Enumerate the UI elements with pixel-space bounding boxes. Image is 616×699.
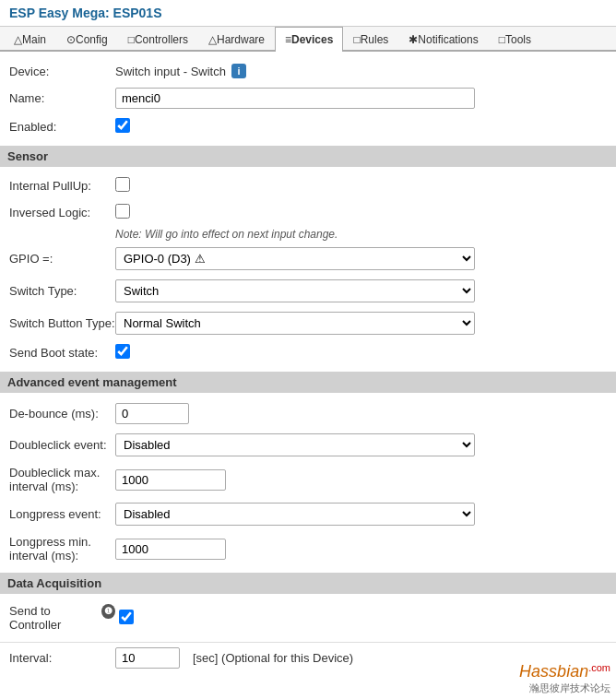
- longpress-min-label: Longpress min. interval (ms):: [9, 535, 115, 563]
- send-to-controller-label: Send to Controller: [9, 604, 98, 632]
- doubleclick-max-label: Doubleclick max. interval (ms):: [9, 466, 115, 493]
- tab-hardware[interactable]: △Hardware: [198, 27, 275, 52]
- doubleclick-event-row: Doubleclick event: Disabled: [9, 429, 607, 461]
- send-to-controller-row: Send to Controller ❶: [9, 599, 607, 636]
- tab-rules[interactable]: □Rules: [343, 27, 398, 52]
- send-boot-state-row: Send Boot state:: [9, 339, 607, 366]
- gpio-label: GPIO =:: [9, 252, 115, 266]
- device-row: Device: Switch input - Switch i: [9, 59, 607, 83]
- name-label: Name:: [9, 91, 115, 105]
- advanced-section-header: Advanced event management: [0, 372, 616, 393]
- doubleclick-event-select[interactable]: Disabled: [115, 433, 475, 456]
- switch-type-row: Switch Type: Switch: [9, 275, 607, 307]
- longpress-min-input[interactable]: [115, 539, 226, 560]
- tab-devices[interactable]: ≡Devices: [275, 27, 343, 52]
- longpress-event-select[interactable]: Disabled: [115, 503, 475, 526]
- enabled-label: Enabled:: [9, 120, 115, 134]
- sensor-section-header: Sensor: [0, 146, 616, 167]
- doubleclick-max-row: Doubleclick max. interval (ms):: [9, 461, 607, 498]
- enabled-checkbox[interactable]: [115, 118, 130, 133]
- device-label: Device:: [9, 65, 115, 78]
- hassbian-text: Hassbian: [519, 662, 588, 681]
- debounce-label: De-bounce (ms):: [9, 407, 115, 421]
- tab-main[interactable]: △Main: [4, 27, 56, 52]
- send-boot-state-label: Send Boot state:: [9, 346, 115, 360]
- switch-type-select[interactable]: Switch: [115, 279, 475, 302]
- nav-tabs: △Main ⊙Config □Controllers △Hardware ≡De…: [0, 27, 616, 52]
- debounce-row: De-bounce (ms):: [9, 398, 607, 429]
- note-text: Note: Will go into effect on next input …: [9, 226, 607, 243]
- gpio-select[interactable]: GPIO-0 (D3) ⚠: [115, 247, 475, 270]
- name-row: Name:: [9, 83, 607, 113]
- interval-input[interactable]: [115, 647, 180, 669]
- com-text: .com: [588, 662, 610, 673]
- pullup-row: Internal PullUp:: [9, 172, 607, 199]
- gpio-row: GPIO =: GPIO-0 (D3) ⚠: [9, 243, 607, 275]
- doubleclick-event-label: Doubleclick event:: [9, 438, 115, 452]
- longpress-event-label: Longpress event:: [9, 507, 115, 521]
- device-value-text: Switch input - Switch: [115, 65, 226, 78]
- inversed-logic-row: Inversed Logic:: [9, 199, 607, 226]
- switch-button-type-select[interactable]: Normal Switch: [115, 312, 475, 335]
- send-to-controller-checkbox[interactable]: [119, 610, 134, 624]
- switch-button-type-label: Switch Button Type:: [9, 316, 115, 330]
- longpress-min-row: Longpress min. interval (ms):: [9, 530, 607, 567]
- watermark: Hassbian.com 瀚思彼岸技术论坛: [514, 658, 616, 699]
- tab-config[interactable]: ⊙Config: [56, 27, 118, 52]
- name-input[interactable]: [115, 88, 475, 109]
- tab-notifications[interactable]: ✱Notifications: [398, 27, 488, 52]
- pullup-checkbox[interactable]: [115, 177, 130, 192]
- longpress-event-row: Longpress event: Disabled: [9, 498, 607, 530]
- send-boot-state-checkbox[interactable]: [115, 344, 130, 359]
- subtitle-text: 瀚思彼岸技术论坛: [519, 681, 610, 695]
- inversed-logic-checkbox[interactable]: [115, 204, 130, 219]
- switch-button-type-row: Switch Button Type: Normal Switch: [9, 307, 607, 339]
- inversed-logic-label: Inversed Logic:: [9, 206, 115, 219]
- page-title[interactable]: ESP Easy Mega: ESP01S: [9, 6, 162, 20]
- doubleclick-max-input[interactable]: [115, 469, 226, 491]
- switch-type-label: Switch Type:: [9, 284, 115, 298]
- data-acquisition-section-header: Data Acquisition: [0, 573, 616, 594]
- device-info-icon[interactable]: i: [231, 64, 246, 78]
- tab-tools[interactable]: □Tools: [489, 27, 541, 52]
- tab-controllers[interactable]: □Controllers: [118, 27, 198, 52]
- pullup-label: Internal PullUp:: [9, 179, 115, 193]
- send-to-controller-info-icon[interactable]: ❶: [101, 604, 115, 619]
- interval-suffix: [sec] (Optional for this Device): [193, 651, 353, 665]
- enabled-row: Enabled:: [9, 113, 607, 140]
- interval-label: Interval:: [9, 651, 115, 665]
- debounce-input[interactable]: [115, 403, 189, 424]
